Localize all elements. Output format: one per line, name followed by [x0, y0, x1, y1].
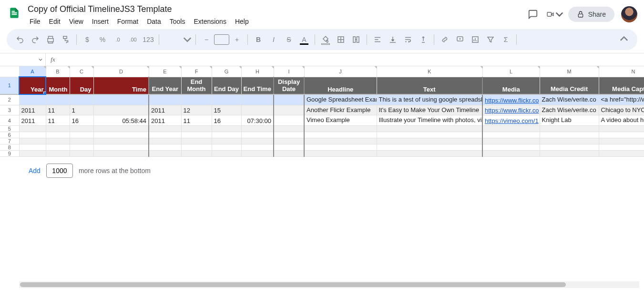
cell[interactable]	[19, 126, 46, 132]
row-header[interactable]: 6	[0, 132, 19, 138]
cell[interactable]	[377, 144, 482, 151]
document-title[interactable]: Copy of Official TimelineJS3 Template	[26, 4, 521, 15]
select-all-corner[interactable]	[0, 66, 19, 77]
cell[interactable]: 11	[181, 115, 212, 126]
cell[interactable]	[181, 126, 212, 132]
header-cell[interactable]: Display Date	[274, 77, 304, 94]
cell[interactable]	[274, 105, 304, 115]
cell[interactable]	[377, 138, 482, 144]
cell[interactable]	[540, 132, 599, 138]
row-header[interactable]: 7	[0, 138, 19, 144]
cell-link[interactable]: https://www.flickr.co	[485, 107, 539, 114]
cell[interactable]	[93, 126, 149, 132]
row-header[interactable]: 4	[0, 115, 19, 126]
comment-history-icon[interactable]	[524, 6, 542, 23]
cell[interactable]	[304, 144, 377, 151]
cell[interactable]: Zach Wise/verite.co	[540, 105, 599, 115]
cell[interactable]	[274, 115, 304, 126]
insert-comment-icon[interactable]	[453, 33, 467, 46]
cell[interactable]	[93, 138, 149, 144]
row-header[interactable]: 8	[0, 144, 19, 151]
cell[interactable]	[46, 138, 70, 144]
cell[interactable]: A video about how to make timelines!	[599, 115, 644, 126]
cell-link[interactable]: https://www.flickr.co	[485, 97, 539, 104]
cell[interactable]	[274, 126, 304, 132]
header-cell[interactable]: Day	[70, 77, 93, 94]
increase-decimal-icon[interactable]: .00	[126, 33, 140, 46]
cell[interactable]	[304, 138, 377, 144]
cell[interactable]	[274, 132, 304, 138]
insert-chart-icon[interactable]	[469, 33, 482, 46]
cell-link[interactable]: https://vimeo.com/1	[485, 117, 539, 124]
cell[interactable]	[599, 132, 644, 138]
cell[interactable]	[274, 94, 304, 105]
font-size-input[interactable]	[214, 34, 229, 45]
cell[interactable]	[482, 132, 540, 138]
cell[interactable]: Another Flickr Example	[304, 105, 377, 115]
cell[interactable]	[212, 151, 241, 157]
column-header[interactable]: H	[241, 66, 274, 77]
insert-link-icon[interactable]	[438, 33, 451, 46]
cell[interactable]	[19, 151, 46, 157]
menu-data[interactable]: Data	[143, 16, 165, 27]
cell[interactable]	[149, 94, 181, 105]
column-header[interactable]: A	[19, 66, 46, 77]
cell[interactable]	[274, 151, 304, 157]
cell[interactable]	[46, 94, 70, 105]
cell[interactable]: 16	[70, 115, 93, 126]
cell[interactable]	[241, 151, 274, 157]
column-header[interactable]: L	[482, 66, 540, 77]
row-header[interactable]: 5	[0, 126, 19, 132]
cell[interactable]	[599, 144, 644, 151]
cell[interactable]: 15	[212, 105, 241, 115]
print-icon[interactable]	[44, 33, 57, 46]
cell[interactable]: Google Spreadsheet Example	[304, 94, 377, 105]
row-header[interactable]: 2	[0, 94, 19, 105]
menu-file[interactable]: File	[26, 16, 44, 27]
spreadsheet-grid[interactable]: ABCDEFGHIJKLMN 1YearMonthDayTimeEnd Year…	[0, 66, 644, 157]
header-cell[interactable]: Media Caption	[599, 77, 644, 94]
formula-bar-input[interactable]	[60, 53, 644, 66]
strikethrough-icon[interactable]: S	[282, 33, 296, 46]
borders-icon[interactable]	[334, 33, 348, 46]
bold-icon[interactable]: B	[252, 33, 265, 46]
column-header[interactable]: B	[46, 66, 70, 77]
cell[interactable]: <a href="http://www.flickr.com/photos/za…	[599, 94, 644, 105]
cell[interactable]: https://www.flickr.co	[482, 105, 540, 115]
cell[interactable]	[212, 126, 241, 132]
vertical-align-icon[interactable]	[386, 33, 399, 46]
paint-format-icon[interactable]	[59, 33, 72, 46]
sheets-logo-icon[interactable]	[7, 3, 22, 23]
menu-extensions[interactable]: Extensions	[190, 16, 230, 27]
row-header[interactable]: 1	[0, 77, 19, 94]
cell[interactable]	[70, 132, 93, 138]
cell[interactable]	[540, 126, 599, 132]
cell[interactable]	[304, 151, 377, 157]
filter-icon[interactable]	[484, 33, 497, 46]
cell[interactable]	[70, 144, 93, 151]
cell[interactable]: Chicago to NYC	[599, 105, 644, 115]
horizontal-scrollbar[interactable]	[19, 281, 639, 288]
cell[interactable]	[540, 144, 599, 151]
cell[interactable]	[149, 126, 181, 132]
column-header[interactable]: K	[377, 66, 482, 77]
name-box[interactable]	[0, 53, 46, 66]
cell[interactable]	[19, 138, 46, 144]
cell[interactable]	[482, 144, 540, 151]
cell[interactable]	[149, 132, 181, 138]
cell[interactable]	[241, 132, 274, 138]
cell[interactable]: 2011	[149, 115, 181, 126]
cell[interactable]: 1	[70, 105, 93, 115]
row-header[interactable]: 3	[0, 105, 19, 115]
cell[interactable]	[93, 144, 149, 151]
cell[interactable]	[181, 132, 212, 138]
column-header[interactable]: N	[599, 66, 644, 77]
cell[interactable]	[482, 126, 540, 132]
font-size-minus-icon[interactable]: −	[200, 33, 213, 46]
menu-tools[interactable]: Tools	[166, 16, 189, 27]
cell[interactable]	[241, 105, 274, 115]
cell[interactable]	[181, 144, 212, 151]
column-header[interactable]: D	[93, 66, 149, 77]
cell[interactable]	[181, 138, 212, 144]
header-cell[interactable]: End Time	[241, 77, 274, 94]
